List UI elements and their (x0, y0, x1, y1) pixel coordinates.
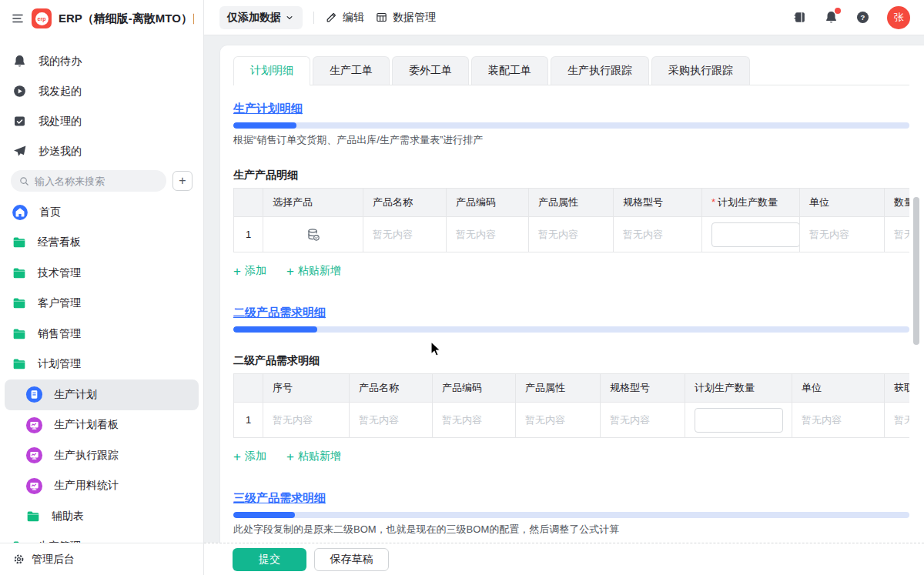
menu-item-label: 生产执行跟踪 (54, 449, 119, 463)
table-cell: 1 (234, 403, 263, 438)
sidebar-item-0[interactable]: 我的待办 (0, 46, 203, 76)
column-header: 产品名称 (363, 189, 447, 217)
avatar[interactable]: 张 (887, 6, 910, 29)
chevron-down-icon (284, 12, 295, 23)
search-box[interactable] (11, 170, 166, 192)
sidebar: erp ERP（精细版-离散MTO）四... 我的待办我发起的我处理的抄送我的 … (0, 0, 204, 575)
paste-add-button[interactable]: +粘贴新增 (286, 450, 341, 463)
mode-dropdown-label: 仅添加数据 (227, 11, 281, 25)
progress-fill (233, 326, 317, 333)
empty-placeholder: 暂无内容 (623, 229, 663, 240)
menu-item-10[interactable]: 辅助表 (5, 501, 199, 532)
menu-item-11[interactable]: 生产管理 (5, 532, 199, 543)
row-actions: +添加+粘贴新增 (233, 450, 909, 463)
section-link[interactable]: 生产计划明细 (233, 102, 303, 116)
sidebar-header: erp ERP（精细版-离散MTO）四... (0, 0, 203, 37)
column-header-label: 规格型号 (623, 196, 663, 208)
data-manage-label: 数据管理 (393, 11, 436, 25)
menu-item-label: 生产用料统计 (54, 479, 119, 493)
table-cell: 暂无内容 (447, 217, 529, 252)
progress-bar (233, 122, 909, 129)
column-header-label: 选择产品 (273, 196, 313, 208)
section-1: 二级产品需求明细二级产品需求明细序号产品名称产品编码产品属性规格型号计划生产数量… (233, 278, 909, 463)
menu-item-2[interactable]: 技术管理 (5, 258, 199, 289)
menu-item-6[interactable]: 生产计划 (5, 379, 199, 410)
section-description: 根据“销售订单交货期、产品出库/生产需求量表”进行排产 (233, 133, 909, 147)
action-label: 粘贴新增 (298, 450, 341, 463)
plan-quantity-input[interactable] (695, 408, 783, 433)
empty-placeholder: 暂无内容 (610, 414, 650, 426)
tab-3[interactable]: 装配工单 (471, 56, 548, 85)
app-logo-text: erp (35, 12, 49, 25)
section-link[interactable]: 三级产品需求明细 (233, 491, 326, 506)
tab-bar: 计划明细生产工单委外工单装配工单生产执行跟踪采购执行跟踪 (233, 56, 909, 85)
admin-console-label: 管理后台 (32, 553, 75, 567)
app-title: ERP（精细版-离散MTO）四... (59, 12, 194, 26)
sidebar-item-1[interactable]: 我发起的 (0, 76, 203, 106)
column-header-label: 产品编码 (442, 382, 482, 393)
table-grid-icon (375, 11, 388, 24)
table-wrapper: 序号产品名称产品编码产品属性规格型号计划生产数量单位获取1暂无内容暂无内容暂无内… (233, 373, 909, 438)
search-input[interactable] (35, 176, 159, 187)
sidebar-item-2[interactable]: 我处理的 (0, 106, 203, 136)
data-manage-button[interactable]: 数据管理 (375, 11, 436, 25)
menu-item-5[interactable]: 计划管理 (5, 349, 199, 380)
folder-icon (12, 356, 27, 372)
save-draft-button[interactable]: 保存草稿 (314, 548, 389, 571)
folder-icon (12, 235, 27, 250)
tab-2[interactable]: 委外工单 (392, 56, 469, 85)
notebook-panel-icon[interactable] (792, 10, 807, 25)
menu-item-label: 辅助表 (52, 510, 84, 523)
notifications-button[interactable] (824, 10, 839, 25)
tab-1[interactable]: 生产工单 (313, 56, 390, 85)
plan-quantity-input[interactable] (711, 222, 800, 247)
mode-dropdown-button[interactable]: 仅添加数据 (219, 6, 303, 29)
required-mark: * (711, 196, 715, 208)
tab-0[interactable]: 计划明细 (233, 56, 310, 85)
column-header (234, 189, 263, 217)
notification-dot (835, 8, 841, 14)
progress-fill (233, 122, 296, 129)
menu-item-7[interactable]: 生产计划看板 (5, 410, 199, 441)
table-cell: 暂无内容 (263, 403, 350, 438)
paste-add-button[interactable]: +粘贴新增 (286, 264, 341, 278)
sidebar-search-row: + (0, 166, 203, 196)
menu-item-label: 经营看板 (38, 236, 81, 249)
menu-item-4[interactable]: 销售管理 (5, 319, 199, 349)
menu-item-label: 计划管理 (38, 357, 81, 371)
admin-console-item[interactable]: 管理后台 (0, 543, 203, 575)
select-product-cell[interactable] (263, 217, 363, 252)
vertical-scrollbar-thumb[interactable] (913, 197, 919, 345)
tab-4[interactable]: 生产执行跟踪 (551, 56, 649, 85)
hamburger-menu-icon[interactable] (11, 12, 25, 25)
add-app-button[interactable]: + (172, 171, 192, 191)
menu-item-8[interactable]: 生产执行跟踪 (5, 440, 199, 471)
menu-item-3[interactable]: 客户管理 (5, 289, 199, 319)
menu-item-0[interactable]: 首页 (5, 197, 199, 228)
task-check-icon (12, 114, 27, 129)
table-cell: 1 (234, 217, 263, 252)
data-table: 序号产品名称产品编码产品属性规格型号计划生产数量单位获取1暂无内容暂无内容暂无内… (233, 373, 909, 438)
column-header: 获取 (885, 374, 910, 403)
column-header: 数量 (885, 189, 910, 217)
sidebar-item-label: 我发起的 (38, 85, 82, 99)
column-header-label: 产品名称 (373, 196, 413, 208)
progress-bar (233, 326, 909, 333)
help-icon[interactable]: ? (855, 10, 870, 25)
empty-placeholder: 暂无内容 (456, 229, 496, 240)
add-row-button[interactable]: +添加 (233, 264, 266, 278)
edit-button[interactable]: 编辑 (325, 11, 364, 25)
menu-item-9[interactable]: 生产用料统计 (5, 471, 199, 502)
submit-button[interactable]: 提交 (233, 548, 306, 571)
column-header: 规格型号 (601, 374, 685, 403)
section-link[interactable]: 二级产品需求明细 (233, 306, 326, 320)
table-cell: 暂无内容 (614, 217, 702, 252)
add-row-button[interactable]: +添加 (233, 450, 266, 463)
tab-5[interactable]: 采购执行跟踪 (651, 56, 750, 85)
row-actions: +添加+粘贴新增 (233, 264, 909, 278)
action-label: 粘贴新增 (298, 264, 341, 278)
menu-item-1[interactable]: 经营看板 (5, 228, 199, 259)
menu-item-label: 首页 (39, 206, 61, 219)
column-header: 计划生产数量 (685, 374, 792, 403)
sidebar-item-3[interactable]: 抄送我的 (0, 136, 203, 166)
